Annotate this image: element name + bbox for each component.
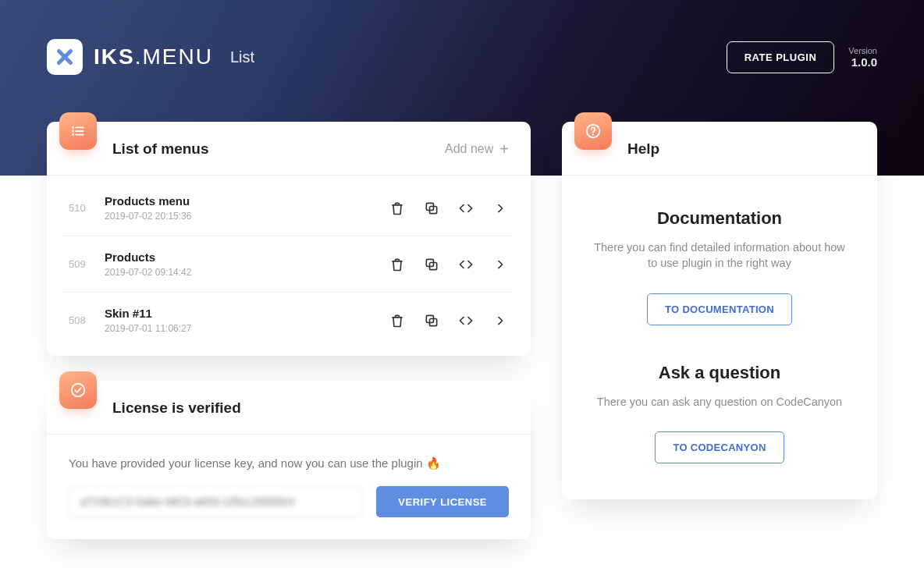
menu-title: Products [105,250,191,264]
trash-icon[interactable] [389,312,406,329]
add-new-label: Add new [445,142,493,156]
menu-timestamp: 2019-07-02 20:15:36 [105,211,191,222]
documentation-button[interactable]: TO DOCUMENTATION [647,293,792,325]
menu-id: 510 [69,202,91,214]
help-card-title: Help [627,140,659,158]
menu-title: Skin #11 [105,307,191,320]
table-row: 509Products2019-07-02 09:14:42 [64,236,514,293]
copy-icon[interactable] [423,200,440,217]
help-question-section: Ask a question There you can ask any que… [592,363,848,463]
code-icon[interactable] [457,256,474,273]
codecanyon-button[interactable]: TO CODECANYON [655,431,784,463]
question-heading: Ask a question [592,363,848,383]
version-block: Version 1.0.0 [848,46,877,69]
menu-info: Products2019-07-02 09:14:42 [105,250,191,278]
menus-card-title: List of menus [112,140,209,158]
add-new-button[interactable]: Add new + [445,141,509,157]
chevron-right-icon[interactable] [492,256,509,273]
rate-plugin-button[interactable]: RATE PLUGIN [727,41,835,73]
license-card-title: License is verified [112,399,241,417]
menus-card: List of menus Add new + 510Products menu… [47,122,531,356]
app-header: IKS.MENU List RATE PLUGIN Version 1.0.0 [0,0,924,75]
chevron-right-icon[interactable] [492,312,509,329]
plus-icon: + [499,141,509,157]
menu-timestamp: 2019-07-01 11:06:27 [105,323,191,334]
documentation-desc: There you can find detailed information … [592,240,848,272]
version-number: 1.0.0 [848,55,877,69]
table-row: 510Products menu2019-07-02 20:15:36 [64,180,514,236]
menu-info: Products menu2019-07-02 20:15:36 [105,194,191,222]
license-key-input[interactable] [69,486,362,517]
menu-id: 508 [69,314,91,326]
brand-thin: .MENU [135,44,213,69]
trash-icon[interactable] [389,200,406,217]
brand-text: IKS.MENU [94,44,213,69]
license-message: You have provided your license key, and … [69,456,509,470]
brand-mark-icon [47,39,83,75]
menu-timestamp: 2019-07-02 09:14:42 [105,267,191,278]
chevron-right-icon[interactable] [492,200,509,217]
license-card: License is verified You have provided yo… [47,381,531,539]
help-documentation-section: Documentation There you can find detaile… [592,208,848,325]
version-label: Version [848,46,877,55]
code-icon[interactable] [457,200,474,217]
copy-icon[interactable] [423,312,440,329]
menu-title: Products menu [105,194,191,208]
page-title: List [230,48,254,66]
brand-bold: IKS [94,44,135,69]
menu-id: 509 [69,258,91,270]
question-desc: There you can ask any question on CodeCa… [592,394,848,410]
help-card: Help Documentation There you can find de… [562,122,877,499]
verify-license-button[interactable]: VERIFY LICENSE [376,486,509,517]
trash-icon[interactable] [389,256,406,273]
code-icon[interactable] [457,312,474,329]
menu-info: Skin #112019-07-01 11:06:27 [105,307,191,334]
documentation-heading: Documentation [592,208,848,229]
table-row: 508Skin #112019-07-01 11:06:27 [64,293,514,348]
brand-logo: IKS.MENU [47,39,213,75]
copy-icon[interactable] [423,256,440,273]
